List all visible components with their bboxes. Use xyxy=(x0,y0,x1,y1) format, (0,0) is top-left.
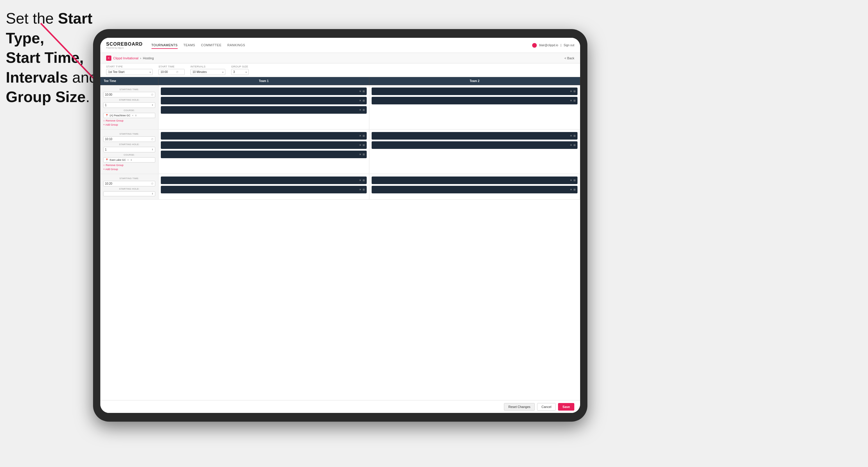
nav-bar: SCOREBOARD Powered by clipp.io TOURNAMEN… xyxy=(100,38,580,53)
player-dots-3-1[interactable]: ⊞ xyxy=(363,179,365,182)
player-x-t2-3-2[interactable]: ✕ xyxy=(570,188,572,191)
player-x-1-3[interactable]: ✕ xyxy=(359,108,362,112)
starting-time-input-1[interactable]: 10:00 ⏱ xyxy=(103,92,155,97)
player-dots-t2-2-2[interactable]: ⊞ xyxy=(574,144,576,147)
nav-separator: | xyxy=(561,43,561,47)
add-group-1[interactable]: + Add Group xyxy=(103,123,155,126)
player-x-t2-1-1[interactable]: ✕ xyxy=(570,90,572,93)
player-x-1-1[interactable]: ✕ xyxy=(359,90,362,93)
course-remove-1[interactable]: ✕ xyxy=(132,114,134,117)
starting-hole-input-3[interactable]: ⬍ xyxy=(103,191,155,196)
intervals-select[interactable]: 5 Minutes 10 Minutes 15 Minutes xyxy=(190,69,225,75)
breadcrumb-section: Hosting xyxy=(143,56,154,60)
player-x-t2-3-1[interactable]: ✕ xyxy=(570,179,572,182)
course-edit-2[interactable]: ⬍ xyxy=(130,159,132,161)
player-x-2-3[interactable]: ✕ xyxy=(359,153,362,156)
player-row-2-1: ✕ ⊞ xyxy=(161,132,367,139)
group-size-wrapper: 2 3 4 xyxy=(231,69,249,75)
player-row-1-2: ✕ ⊞ xyxy=(161,97,367,104)
tee-time-col-1: STARTING TIME: 10:00 ⏱ STARTING HOLE: 1 … xyxy=(100,85,158,129)
player-dots-3-2[interactable]: ⊞ xyxy=(363,188,365,191)
table-header: Tee Time Team 1 Team 2 xyxy=(100,77,580,85)
player-row-3-1: ✕ ⊞ xyxy=(161,177,367,184)
cancel-button[interactable]: Cancel xyxy=(537,403,556,411)
player-row-3-2: ✕ ⊞ xyxy=(161,186,367,193)
start-type-group: Start Type 1st Tee Start 10th Tee Start … xyxy=(106,65,153,75)
player-x-t2-1-2[interactable]: ✕ xyxy=(570,99,572,102)
breadcrumb-area: C Clippd Invitational › Hosting xyxy=(106,56,154,61)
player-dots-t2-1-2[interactable]: ⊞ xyxy=(574,99,576,102)
logo-text: SCOREBOARD xyxy=(106,41,143,47)
player-dots-2-2[interactable]: ⊞ xyxy=(363,144,365,147)
starting-hole-label-1: STARTING HOLE: xyxy=(103,99,155,101)
player-dots-1-3[interactable]: ⊞ xyxy=(363,108,365,112)
player-row-t2-1-1: ✕ ⊞ xyxy=(372,88,578,95)
clock-icon-2: ⏱ xyxy=(151,138,154,141)
remove-group-1[interactable]: ○ Remove Group xyxy=(103,119,155,122)
starting-time-input-3[interactable]: 10:20 ⏱ xyxy=(103,181,155,186)
clock-icon: ⏱ xyxy=(176,71,179,73)
starting-time-label-1: STARTING TIME: xyxy=(103,88,155,91)
team1-col-1: ✕ ⊞ ✕ ⊞ ✕ ⊞ xyxy=(158,85,369,129)
tablet-shell: SCOREBOARD Powered by clipp.io TOURNAMEN… xyxy=(93,29,587,422)
group-size-group: Group Size 2 3 4 xyxy=(231,65,249,75)
player-dots-t2-2-1[interactable]: ⊞ xyxy=(574,134,576,137)
sign-out-link[interactable]: Sign out xyxy=(563,43,574,47)
player-x-1-2[interactable]: ✕ xyxy=(359,99,362,102)
breadcrumb-separator: › xyxy=(140,56,141,60)
stepper-arrows-1: ⬍ xyxy=(152,104,154,106)
course-edit-1[interactable]: ⬍ xyxy=(135,114,137,117)
stepper-arrows-2: ⬍ xyxy=(152,148,154,151)
starting-hole-label-3: STARTING HOLE: xyxy=(103,188,155,190)
starting-hole-input-1[interactable]: 1 ⬍ xyxy=(103,102,155,108)
player-dots-2-3[interactable]: ⊞ xyxy=(363,153,365,156)
player-row-t2-1-2: ✕ ⊞ xyxy=(372,97,578,104)
back-button[interactable]: < Back xyxy=(564,56,574,60)
course-tag-1: 📍 (A) Peachtree GC ✕ ⬍ xyxy=(103,113,155,118)
starting-time-input-2[interactable]: 10:10 ⏱ xyxy=(103,136,155,142)
nav-links: TOURNAMENTS TEAMS COMMITTEE RANKINGS xyxy=(152,42,532,49)
intervals-group: Intervals 5 Minutes 10 Minutes 15 Minute… xyxy=(190,65,225,75)
player-x-3-2[interactable]: ✕ xyxy=(359,188,362,191)
course-remove-2[interactable]: ✕ xyxy=(127,159,129,161)
player-row-2-2: ✕ ⊞ xyxy=(161,141,367,149)
player-x-3-1[interactable]: ✕ xyxy=(359,179,362,182)
remove-group-2[interactable]: ○ Remove Group xyxy=(103,164,155,167)
player-row-2-3: ✕ ⊞ xyxy=(161,151,367,158)
player-row-t2-2-2: ✕ ⊞ xyxy=(372,141,578,149)
nav-teams[interactable]: TEAMS xyxy=(184,42,195,49)
player-row-1-1: ✕ ⊞ xyxy=(161,88,367,95)
player-dots-t2-3-2[interactable]: ⊞ xyxy=(574,188,576,191)
starting-hole-input-2[interactable]: 1 ⬍ xyxy=(103,147,155,152)
player-row-t2-2-1: ✕ ⊞ xyxy=(372,132,578,139)
start-time-input[interactable]: 10:00 ⏱ xyxy=(158,69,185,75)
th-tee-time: Tee Time xyxy=(100,77,158,85)
player-dots-2-1[interactable]: ⊞ xyxy=(363,134,365,137)
group-size-select[interactable]: 2 3 4 xyxy=(231,69,249,75)
save-button[interactable]: Save xyxy=(558,403,574,411)
nav-rankings[interactable]: RANKINGS xyxy=(227,42,245,49)
reset-changes-button[interactable]: Reset Changes xyxy=(504,403,535,411)
tournament-name[interactable]: Clippd Invitational xyxy=(113,56,138,60)
player-x-t2-2-2[interactable]: ✕ xyxy=(570,144,572,147)
player-row-t2-3-2: ✕ ⊞ xyxy=(372,186,578,193)
nav-tournaments[interactable]: TOURNAMENTS xyxy=(152,42,178,49)
player-dots-1-1[interactable]: ⊞ xyxy=(363,90,365,93)
user-email: blair@clippd.io xyxy=(539,43,558,47)
player-dots-1-2[interactable]: ⊞ xyxy=(363,99,365,102)
tee-time-col-2: STARTING TIME: 10:10 ⏱ STARTING HOLE: 1 … xyxy=(100,130,158,174)
player-x-2-2[interactable]: ✕ xyxy=(359,144,362,147)
add-group-2[interactable]: + Add Group xyxy=(103,168,155,171)
tablet-screen: SCOREBOARD Powered by clipp.io TOURNAMEN… xyxy=(100,38,580,413)
course-label-2: COURSE: xyxy=(103,154,155,156)
player-dots-t2-1-1[interactable]: ⊞ xyxy=(574,90,576,93)
player-dots-t2-3-1[interactable]: ⊞ xyxy=(574,179,576,182)
player-x-2-1[interactable]: ✕ xyxy=(359,134,362,137)
course-value-2: East Lake GC xyxy=(110,158,126,161)
th-team2: Team 2 xyxy=(369,77,580,85)
start-type-select[interactable]: 1st Tee Start 10th Tee Start Shotgun Sta… xyxy=(106,69,153,75)
team1-col-3: ✕ ⊞ ✕ ⊞ xyxy=(158,174,369,199)
clock-icon-1: ⏱ xyxy=(151,93,154,96)
nav-committee[interactable]: COMMITTEE xyxy=(201,42,222,49)
player-x-t2-2-1[interactable]: ✕ xyxy=(570,134,572,137)
